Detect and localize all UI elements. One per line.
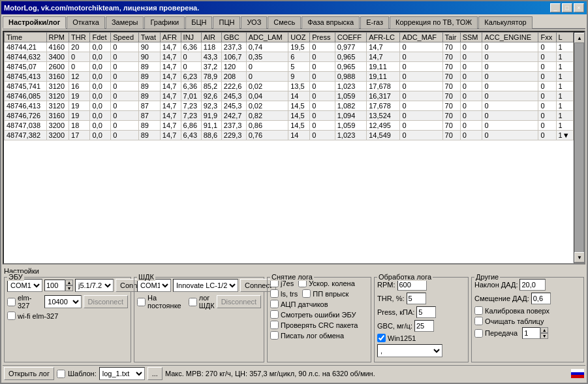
table-cell: 120: [221, 62, 246, 72]
ls-trs-checkbox[interactable]: [270, 289, 279, 298]
tab-smes[interactable]: Смесь: [268, 16, 301, 29]
col-inj: INJ: [181, 33, 201, 42]
table-row[interactable]: 48746,0853120190,008914,77,0192,6245,30,…: [5, 91, 574, 101]
tab-rollback[interactable]: Откатка: [67, 16, 105, 29]
offset-label: Смещение ДАД:: [474, 295, 529, 302]
shdk-device-select[interactable]: Innovate LC-1/2, MTX-: [173, 279, 238, 292]
table-cell: 0: [400, 72, 442, 82]
shdk-disconnect-button[interactable]: Disconnect: [217, 295, 261, 308]
speed-spin-up[interactable]: ▲: [65, 280, 73, 285]
log-capture-label: Снятие лога: [270, 273, 314, 281]
table-cell: 1: [556, 91, 573, 101]
calibrate-checkbox[interactable]: [474, 306, 483, 315]
vertical-scrollbar[interactable]: ▲ ▼: [574, 32, 584, 263]
titlebar-buttons: _ □ ×: [550, 3, 584, 12]
table-cell: 0: [310, 52, 335, 62]
transmit-input[interactable]: [522, 327, 540, 339]
ecu-speed-input[interactable]: [44, 280, 65, 291]
table-cell: 16,317: [367, 91, 400, 101]
tab-correction[interactable]: Коррекция по ТВ, ТОЖ: [390, 16, 478, 29]
table-scroll[interactable]: Time RPM THR Fdet Speed Twat AFR INJ AIR…: [4, 32, 574, 263]
pp-vprysk-checkbox[interactable]: [302, 289, 311, 298]
check-crc-checkbox[interactable]: [270, 321, 279, 329]
table-cell: 70: [442, 62, 460, 72]
clear-table-checkbox[interactable]: [474, 317, 483, 325]
table-cell: 222,6: [221, 82, 246, 91]
browse-button[interactable]: ...: [147, 367, 162, 380]
speed-spin-down[interactable]: ▼: [65, 285, 73, 291]
tilt-input[interactable]: [519, 279, 546, 291]
thr-input[interactable]: [407, 293, 426, 304]
ecu-version-select[interactable]: j5.1/7.2j5.1/7.3: [75, 279, 114, 292]
ecu-disconnect-button[interactable]: Disconnect: [84, 295, 128, 308]
table-row[interactable]: 48747,3823200170,008914,76,4388,6229,30,…: [5, 131, 574, 140]
tab-settings-log[interactable]: Настройки/лог: [3, 16, 66, 29]
table-row[interactable]: 48745,4133160120,008914,76,2378,92080900…: [5, 72, 574, 82]
tab-graphs[interactable]: Графики: [144, 16, 185, 29]
table-row[interactable]: 48746,7263160190,008714,77,2391,9242,70,…: [5, 111, 574, 121]
maximize-button[interactable]: □: [562, 3, 572, 12]
table-row[interactable]: 48747,0383200180,008914,76,8691,1237,30,…: [5, 121, 574, 131]
tab-uoz[interactable]: УОЗ: [241, 16, 267, 29]
adc-checkbox[interactable]: [270, 300, 279, 308]
template-select[interactable]: log_1.txt: [99, 367, 145, 380]
gbc-input[interactable]: [414, 320, 434, 332]
table-row[interactable]: 48744,632340000,009014,7043,3106,70,3560…: [5, 52, 574, 62]
scroll-down-arrow[interactable]: ▼: [574, 252, 584, 263]
table-cell: 89: [138, 62, 160, 72]
table-row[interactable]: 48745,7413120160,008914,76,3685,2222,60,…: [5, 82, 574, 91]
scroll-up-arrow[interactable]: ▲: [574, 33, 584, 43]
win1251-checkbox[interactable]: [377, 334, 386, 342]
table-cell: 92,6: [201, 91, 221, 101]
close-button[interactable]: ×: [574, 3, 584, 12]
tab-egaz[interactable]: Е-газ: [360, 16, 389, 29]
table-cell: 0: [69, 52, 90, 62]
elm327-checkbox[interactable]: [7, 298, 16, 306]
table-cell: 0: [111, 101, 139, 111]
open-log-button[interactable]: Открыть лог: [4, 367, 54, 380]
table-cell: 0: [460, 101, 482, 111]
press-input[interactable]: [416, 306, 436, 318]
template-checkbox[interactable]: [57, 370, 65, 378]
offset-input[interactable]: [531, 293, 551, 304]
tab-injection-phase[interactable]: Фаза впрыска: [302, 16, 360, 29]
table-cell: 3200: [46, 131, 69, 140]
transmit-spin-down[interactable]: ▼: [540, 333, 548, 339]
log-shdk-checkbox[interactable]: [189, 298, 197, 306]
table-cell: 0: [482, 72, 538, 82]
ecu-com-select[interactable]: COM1COM2COM3: [7, 279, 42, 292]
tab-bcn[interactable]: БЦН: [185, 16, 212, 29]
write-log-checkbox[interactable]: [270, 331, 279, 340]
shdk-com-select[interactable]: COM1COM2: [137, 279, 171, 292]
show-errors-label: Смотреть ошибки ЭБУ: [281, 311, 356, 319]
tab-calculator[interactable]: Калькулятор: [478, 16, 532, 29]
wifi-elm327-checkbox[interactable]: [7, 312, 16, 320]
table-row[interactable]: 48746,4133120190,008714,77,2392,3245,30,…: [5, 101, 574, 111]
comma-select[interactable]: ,.: [377, 344, 442, 357]
log-cap-row4: Смотреть ошибки ЭБУ: [270, 310, 368, 319]
table-cell: 14,5: [288, 121, 310, 131]
scroll-thumb[interactable]: [574, 43, 583, 252]
table-cell: 0,76: [246, 131, 288, 140]
log-cap-row2: ls, trs ПП впрыск: [270, 289, 368, 298]
window-title: MotorLog, vk.com/motorchikteam, лицензия…: [4, 4, 199, 12]
ecu-baud-select[interactable]: 104001920038400: [44, 295, 81, 308]
table-cell: 0: [482, 121, 538, 131]
tab-measurements[interactable]: Замеры: [106, 16, 144, 29]
table-row[interactable]: 48745,07260000,008914,7037,21200500,9651…: [5, 62, 574, 72]
transmit-checkbox[interactable]: [474, 329, 483, 338]
postoyanka-checkbox[interactable]: [137, 298, 146, 306]
table-cell: 0: [482, 131, 538, 140]
minimize-button[interactable]: _: [550, 3, 561, 12]
table-cell: 0: [482, 82, 538, 91]
table-row[interactable]: 48744,214160200,009014,76,36118237,30,74…: [5, 42, 574, 52]
tab-pcn[interactable]: ПЦН: [213, 16, 240, 29]
col-fdet: Fdet: [90, 33, 111, 42]
show-errors-checkbox[interactable]: [270, 310, 279, 319]
table-cell: 0,0: [90, 42, 111, 52]
transmit-spin-up[interactable]: ▲: [540, 327, 548, 333]
table-cell: 6: [288, 52, 310, 62]
table-cell: 14,549: [367, 131, 400, 140]
log-proc-row2: THR, %:: [377, 293, 465, 304]
shdk-label: ШДК: [137, 273, 155, 281]
